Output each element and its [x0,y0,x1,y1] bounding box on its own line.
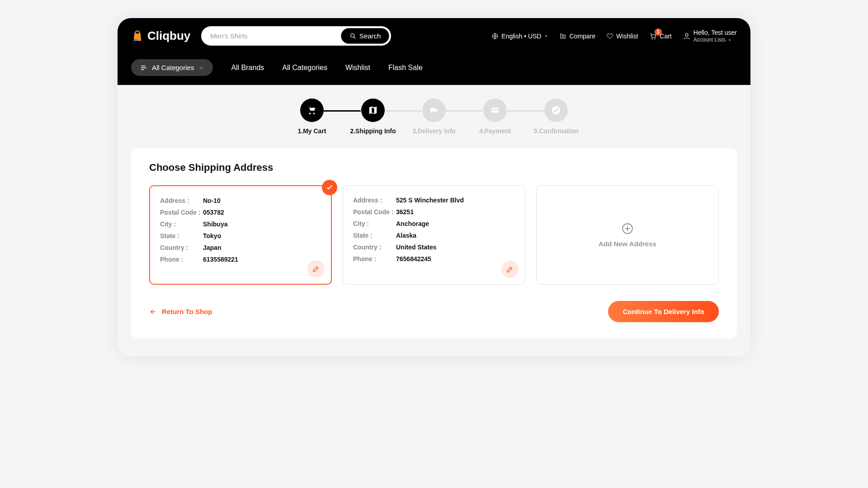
all-categories-button[interactable]: All Categories [131,59,213,76]
menu-icon [140,64,147,71]
nav-flash-sale[interactable]: Flash Sale [388,64,423,72]
cart-link[interactable]: 1 Cart [649,32,671,40]
address-card[interactable]: Address :525 S Winchester Blvd Postal Co… [343,185,525,285]
edit-address-button[interactable] [307,260,325,277]
field-value: No-10 [203,197,321,204]
wishlist-link[interactable]: Wishlist [606,33,638,40]
field-value: 7656842245 [396,255,515,263]
field-label: Country : [353,244,396,251]
return-to-shop-link[interactable]: Return To Shop [149,308,212,316]
checkout-stepper: 1.My Cart 2.Shipping Info 3.Deli [131,99,737,135]
field-value: United States [396,244,515,251]
search-icon [349,33,357,40]
step-label: 4.Payment [479,127,511,135]
cart-badge: 1 [655,28,662,36]
edit-address-button[interactable] [501,261,519,278]
step-my-cart[interactable]: 1.My Cart [282,99,343,135]
svg-point-5 [655,38,656,39]
field-value: Japan [203,244,321,251]
shipping-card: Choose Shipping Address Address :No-10 P… [131,148,737,338]
field-label: City : [353,220,396,227]
lang-currency-selector[interactable]: English • USD [491,33,548,40]
selected-badge [322,180,337,195]
field-value: 525 S Winchester Blvd [396,197,515,204]
step-shipping-info[interactable]: 2.Shipping Info [343,99,404,135]
heart-icon [606,33,613,40]
field-value: 053782 [203,209,321,216]
cart-icon [307,105,317,115]
svg-point-0 [350,33,354,37]
edit-icon [312,265,320,273]
svg-rect-8 [491,109,499,110]
compare-label: Compare [569,33,595,40]
field-value: Alaska [396,232,515,239]
field-value: Anchorage [396,220,515,227]
return-label: Return To Shop [162,308,212,315]
step-label: 3.Delivery Info [412,127,456,135]
chevron-down-icon [727,38,732,42]
globe-icon [491,33,499,40]
account-menu[interactable]: Hello, Test user Account Lists [683,28,737,44]
add-address-card[interactable]: Add New Address [536,185,719,285]
field-value: Shibuya [203,221,321,228]
content: 1.My Cart 2.Shipping Info 3.Deli [118,85,750,357]
chevron-down-icon [198,65,204,70]
nav-all-categories[interactable]: All Categories [282,64,327,72]
check-icon [551,105,561,115]
header-links: English • USD Compare Wishlist 1 [491,28,737,44]
field-label: Country : [160,244,203,251]
edit-icon [506,265,514,273]
add-address-label: Add New Address [599,240,656,248]
field-label: Address : [160,197,203,204]
account-greeting: Hello, Test user [693,28,737,37]
user-icon [683,32,691,40]
field-label: Postal Code : [160,209,203,216]
field-label: Phone : [160,256,203,263]
card-icon [490,105,500,115]
header-top: Cliqbuy Search English • USD [118,18,750,54]
truck-icon [429,105,439,115]
step-circle [300,99,324,122]
logo[interactable]: Cliqbuy [131,29,190,43]
field-label: State : [353,232,396,239]
header-nav: All Categories All Brands All Categories… [118,54,750,85]
step-label: 1.My Cart [297,127,326,135]
chevron-down-icon [544,34,548,38]
field-label: Postal Code : [353,208,396,216]
page-title: Choose Shipping Address [149,162,719,174]
logo-text: Cliqbuy [147,29,190,43]
step-payment: 4.Payment [465,99,526,135]
account-text: Hello, Test user Account Lists [693,28,737,44]
search-button[interactable]: Search [341,28,390,44]
address-grid: Address :No-10 Postal Code :053782 City … [149,185,719,285]
step-label: 2.Shipping Info [350,127,396,135]
compare-link[interactable]: Compare [559,33,595,40]
bag-icon [131,30,144,42]
nav-wishlist[interactable]: Wishlist [345,64,370,72]
field-value: 36251 [396,208,515,216]
svg-point-4 [652,38,653,39]
step-confirmation: 5.Confirmation [526,99,587,135]
search-input[interactable] [210,32,340,40]
map-icon [368,105,378,115]
address-card[interactable]: Address :No-10 Postal Code :053782 City … [149,185,332,285]
field-label: Phone : [353,255,396,263]
continue-button[interactable]: Continue To Delivery Info [608,301,719,322]
step-label: 5.Confirmation [534,127,579,135]
wishlist-label: Wishlist [616,33,638,40]
plus-circle-icon [622,223,633,235]
nav-all-brands[interactable]: All Brands [231,64,264,72]
field-value: 6135589221 [203,256,321,263]
step-circle [361,99,385,122]
search-bar: Search [201,26,391,46]
field-label: Address : [353,197,396,204]
step-circle [544,99,568,122]
svg-rect-2 [561,34,562,38]
field-value: Tokyo [203,232,321,239]
field-label: City : [160,221,203,228]
step-delivery-info: 3.Delivery Info [404,99,465,135]
svg-rect-3 [564,35,566,38]
account-sub-label: Account Lists [693,37,726,44]
search-button-label: Search [359,32,381,40]
field-label: State : [160,232,203,239]
